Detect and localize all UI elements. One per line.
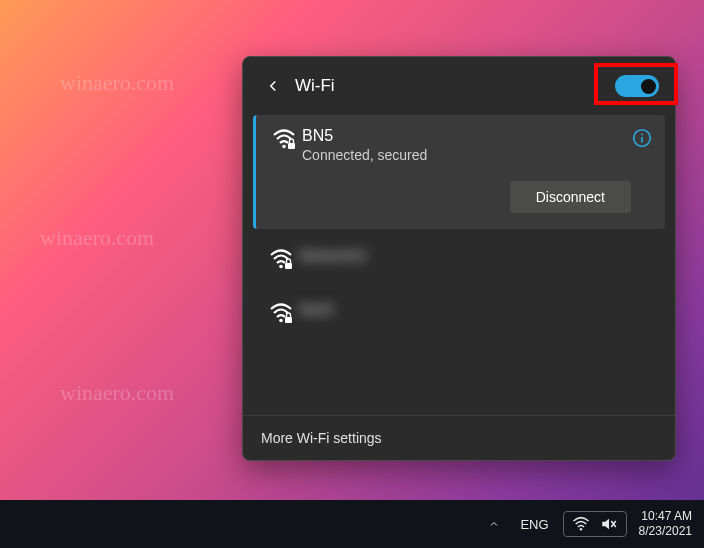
flyout-title: Wi-Fi [295, 76, 615, 96]
arrow-left-icon [264, 77, 282, 95]
taskbar-time: 10:47 AM [639, 509, 692, 524]
svg-rect-8 [285, 317, 292, 323]
svg-point-5 [279, 265, 283, 269]
network-body: Net3 [299, 301, 655, 319]
wifi-flyout: Wi-Fi BN5 Connected, secured D [242, 56, 676, 461]
watermark: winaero.com [60, 380, 174, 406]
svg-rect-1 [288, 143, 295, 149]
network-status: Connected, secured [302, 147, 631, 163]
wifi-secured-icon [266, 127, 302, 151]
taskbar-clock[interactable]: 10:47 AM 8/23/2021 [639, 509, 692, 539]
back-button[interactable] [259, 72, 287, 100]
network-list: BN5 Connected, secured Disconnect [243, 115, 675, 415]
system-tray[interactable] [563, 511, 627, 537]
watermark: winaero.com [40, 225, 154, 251]
info-icon[interactable] [631, 127, 655, 151]
network-item-active[interactable]: BN5 Connected, secured Disconnect [253, 115, 665, 229]
tray-overflow-button[interactable] [488, 518, 512, 530]
wifi-secured-icon [263, 301, 299, 325]
svg-rect-6 [285, 263, 292, 269]
disconnect-button[interactable]: Disconnect [510, 181, 631, 213]
network-body: Network2 [299, 247, 655, 265]
svg-point-9 [579, 528, 581, 530]
network-name-redacted: Net3 [299, 301, 655, 319]
more-wifi-settings[interactable]: More Wi-Fi settings [243, 415, 675, 460]
taskbar-date: 8/23/2021 [639, 524, 692, 539]
svg-point-3 [641, 133, 643, 135]
taskbar: ENG 10:47 AM 8/23/2021 [0, 500, 704, 548]
chevron-up-icon [488, 518, 500, 530]
network-name: BN5 [302, 127, 631, 145]
volume-muted-icon [600, 516, 618, 532]
language-indicator[interactable]: ENG [520, 517, 548, 532]
flyout-header: Wi-Fi [243, 57, 675, 115]
toggle-knob [641, 79, 656, 94]
network-item[interactable]: Net3 [253, 289, 665, 337]
wifi-icon [572, 516, 590, 532]
svg-point-0 [282, 145, 286, 149]
network-body: BN5 Connected, secured Disconnect [302, 127, 631, 213]
wifi-secured-icon [263, 247, 299, 271]
wifi-toggle[interactable] [615, 75, 659, 97]
network-name-redacted: Network2 [299, 247, 655, 265]
watermark: winaero.com [60, 70, 174, 96]
network-item[interactable]: Network2 [253, 235, 665, 283]
svg-point-7 [279, 319, 283, 323]
